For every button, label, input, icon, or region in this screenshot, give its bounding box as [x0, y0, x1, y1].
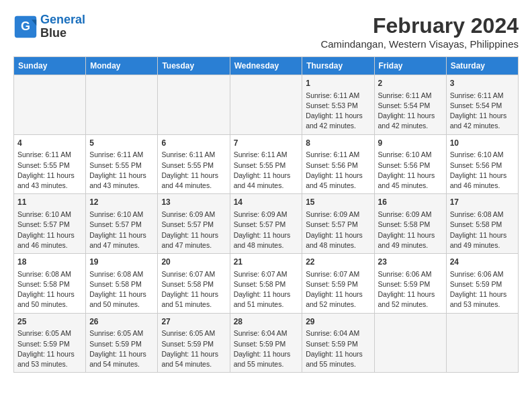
- day-info: Sunrise: 6:08 AM Sunset: 5:58 PM Dayligh…: [89, 269, 154, 310]
- day-number: 6: [161, 138, 226, 149]
- calendar-cell: 1Sunrise: 6:11 AM Sunset: 5:53 PM Daylig…: [302, 75, 374, 135]
- day-info: Sunrise: 6:09 AM Sunset: 5:57 PM Dayligh…: [161, 210, 226, 250]
- calendar-cell: 9Sunrise: 6:10 AM Sunset: 5:56 PM Daylig…: [374, 134, 446, 194]
- day-info: Sunrise: 6:10 AM Sunset: 5:56 PM Dayligh…: [378, 150, 443, 191]
- day-info: Sunrise: 6:04 AM Sunset: 5:59 PM Dayligh…: [234, 328, 299, 369]
- header-tuesday: Tuesday: [158, 57, 230, 75]
- calendar-cell: 8Sunrise: 6:11 AM Sunset: 5:56 PM Daylig…: [302, 134, 374, 194]
- day-info: Sunrise: 6:11 AM Sunset: 5:55 PM Dayligh…: [89, 150, 154, 191]
- day-number: 28: [234, 316, 299, 328]
- day-info: Sunrise: 6:07 AM Sunset: 5:59 PM Dayligh…: [306, 269, 370, 310]
- calendar-cell: 22Sunrise: 6:07 AM Sunset: 5:59 PM Dayli…: [302, 254, 374, 314]
- calendar-cell: 12Sunrise: 6:10 AM Sunset: 5:57 PM Dayli…: [86, 194, 158, 254]
- calendar-cell: 25Sunrise: 6:05 AM Sunset: 5:59 PM Dayli…: [14, 313, 86, 373]
- calendar-cell: 2Sunrise: 6:11 AM Sunset: 5:54 PM Daylig…: [374, 75, 446, 135]
- day-info: Sunrise: 6:09 AM Sunset: 5:57 PM Dayligh…: [234, 210, 299, 250]
- day-number: 9: [378, 138, 443, 149]
- calendar-cell: [446, 313, 518, 373]
- calendar-cell: [86, 75, 158, 135]
- day-number: 20: [161, 257, 226, 268]
- day-info: Sunrise: 6:11 AM Sunset: 5:55 PM Dayligh…: [161, 150, 226, 191]
- day-info: Sunrise: 6:10 AM Sunset: 5:56 PM Dayligh…: [450, 150, 515, 191]
- day-info: Sunrise: 6:10 AM Sunset: 5:57 PM Dayligh…: [17, 210, 82, 250]
- calendar-cell: 4Sunrise: 6:11 AM Sunset: 5:55 PM Daylig…: [14, 134, 86, 194]
- calendar-week-3: 11Sunrise: 6:10 AM Sunset: 5:57 PM Dayli…: [14, 194, 519, 254]
- calendar-cell: [374, 313, 446, 373]
- day-number: 2: [378, 78, 443, 89]
- day-info: Sunrise: 6:05 AM Sunset: 5:59 PM Dayligh…: [17, 328, 82, 369]
- calendar-cell: 20Sunrise: 6:07 AM Sunset: 5:58 PM Dayli…: [158, 254, 230, 314]
- day-number: 4: [17, 138, 82, 149]
- calendar-cell: 6Sunrise: 6:11 AM Sunset: 5:55 PM Daylig…: [158, 134, 230, 194]
- calendar-cell: 13Sunrise: 6:09 AM Sunset: 5:57 PM Dayli…: [158, 194, 230, 254]
- calendar-cell: 3Sunrise: 6:11 AM Sunset: 5:54 PM Daylig…: [446, 75, 518, 135]
- svg-text:G: G: [21, 19, 30, 33]
- day-number: 8: [306, 138, 370, 149]
- day-info: Sunrise: 6:11 AM Sunset: 5:54 PM Dayligh…: [378, 91, 443, 132]
- day-info: Sunrise: 6:07 AM Sunset: 5:58 PM Dayligh…: [161, 269, 226, 310]
- calendar-table: SundayMondayTuesdayWednesdayThursdayFrid…: [13, 56, 519, 373]
- calendar-cell: [158, 75, 230, 135]
- calendar-cell: 14Sunrise: 6:09 AM Sunset: 5:57 PM Dayli…: [230, 194, 302, 254]
- day-number: 14: [234, 197, 299, 208]
- calendar-cell: 19Sunrise: 6:08 AM Sunset: 5:58 PM Dayli…: [86, 254, 158, 314]
- calendar-cell: 24Sunrise: 6:06 AM Sunset: 5:59 PM Dayli…: [446, 254, 518, 314]
- calendar-cell: 27Sunrise: 6:05 AM Sunset: 5:59 PM Dayli…: [158, 313, 230, 373]
- calendar-cell: 10Sunrise: 6:10 AM Sunset: 5:56 PM Dayli…: [446, 134, 518, 194]
- day-info: Sunrise: 6:08 AM Sunset: 5:58 PM Dayligh…: [17, 269, 82, 310]
- day-info: Sunrise: 6:04 AM Sunset: 5:59 PM Dayligh…: [306, 328, 370, 369]
- calendar-cell: 29Sunrise: 6:04 AM Sunset: 5:59 PM Dayli…: [302, 313, 374, 373]
- day-number: 24: [450, 257, 515, 268]
- calendar-week-5: 25Sunrise: 6:05 AM Sunset: 5:59 PM Dayli…: [14, 313, 519, 373]
- logo-text: General Blue: [40, 13, 85, 40]
- header-saturday: Saturday: [446, 57, 518, 75]
- calendar-week-1: 1Sunrise: 6:11 AM Sunset: 5:53 PM Daylig…: [14, 75, 519, 135]
- calendar-cell: 15Sunrise: 6:09 AM Sunset: 5:57 PM Dayli…: [302, 194, 374, 254]
- day-number: 26: [89, 316, 154, 328]
- calendar-cell: 5Sunrise: 6:11 AM Sunset: 5:55 PM Daylig…: [86, 134, 158, 194]
- title-block: February 2024 Camindangan, Western Visay…: [320, 13, 519, 50]
- header-thursday: Thursday: [302, 57, 374, 75]
- day-info: Sunrise: 6:05 AM Sunset: 5:59 PM Dayligh…: [161, 328, 226, 369]
- calendar-week-4: 18Sunrise: 6:08 AM Sunset: 5:58 PM Dayli…: [14, 254, 519, 314]
- calendar-cell: 16Sunrise: 6:09 AM Sunset: 5:58 PM Dayli…: [374, 194, 446, 254]
- calendar-cell: 11Sunrise: 6:10 AM Sunset: 5:57 PM Dayli…: [14, 194, 86, 254]
- calendar-cell: 28Sunrise: 6:04 AM Sunset: 5:59 PM Dayli…: [230, 313, 302, 373]
- header-monday: Monday: [86, 57, 158, 75]
- day-number: 1: [306, 78, 370, 89]
- header-wednesday: Wednesday: [230, 57, 302, 75]
- day-number: 5: [89, 138, 154, 149]
- day-info: Sunrise: 6:07 AM Sunset: 5:58 PM Dayligh…: [234, 269, 299, 310]
- day-number: 21: [234, 257, 299, 268]
- day-number: 15: [306, 197, 370, 208]
- day-number: 11: [17, 197, 82, 208]
- day-info: Sunrise: 6:11 AM Sunset: 5:56 PM Dayligh…: [306, 150, 370, 191]
- day-number: 12: [89, 197, 154, 208]
- logo-icon: G: [13, 15, 38, 39]
- calendar-cell: 7Sunrise: 6:11 AM Sunset: 5:55 PM Daylig…: [230, 134, 302, 194]
- day-number: 10: [450, 138, 515, 149]
- day-info: Sunrise: 6:09 AM Sunset: 5:57 PM Dayligh…: [306, 210, 370, 250]
- day-number: 29: [306, 316, 370, 328]
- day-info: Sunrise: 6:09 AM Sunset: 5:58 PM Dayligh…: [378, 210, 443, 250]
- location: Camindangan, Western Visayas, Philippine…: [320, 38, 519, 50]
- day-info: Sunrise: 6:05 AM Sunset: 5:59 PM Dayligh…: [89, 328, 154, 369]
- month-year: February 2024: [320, 13, 519, 38]
- day-number: 19: [89, 257, 154, 268]
- day-info: Sunrise: 6:11 AM Sunset: 5:53 PM Dayligh…: [306, 91, 370, 132]
- day-info: Sunrise: 6:11 AM Sunset: 5:55 PM Dayligh…: [17, 150, 82, 191]
- day-info: Sunrise: 6:10 AM Sunset: 5:57 PM Dayligh…: [89, 210, 154, 250]
- day-number: 25: [17, 316, 82, 328]
- day-number: 18: [17, 257, 82, 268]
- page-header: G General Blue February 2024 Camindangan…: [13, 13, 519, 50]
- day-number: 23: [378, 257, 443, 268]
- day-info: Sunrise: 6:08 AM Sunset: 5:58 PM Dayligh…: [450, 210, 515, 250]
- calendar-header-row: SundayMondayTuesdayWednesdayThursdayFrid…: [14, 57, 519, 75]
- day-info: Sunrise: 6:11 AM Sunset: 5:54 PM Dayligh…: [450, 91, 515, 132]
- day-number: 13: [161, 197, 226, 208]
- day-number: 27: [161, 316, 226, 328]
- calendar-cell: 17Sunrise: 6:08 AM Sunset: 5:58 PM Dayli…: [446, 194, 518, 254]
- logo: G General Blue: [13, 13, 85, 40]
- calendar-cell: 18Sunrise: 6:08 AM Sunset: 5:58 PM Dayli…: [14, 254, 86, 314]
- header-friday: Friday: [374, 57, 446, 75]
